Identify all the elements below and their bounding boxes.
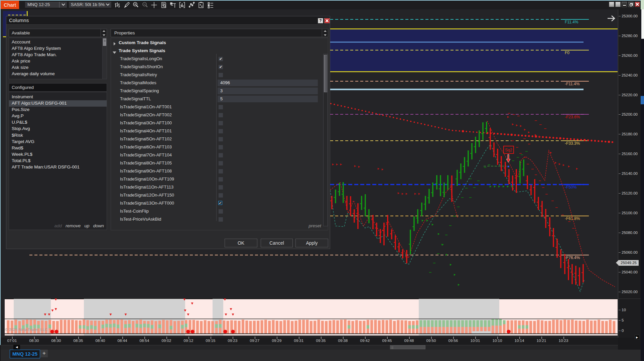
svg-text:-F33.3%: -F33.3% [565,141,580,146]
svg-text:-F76.4%: -F76.4% [565,255,580,260]
svg-text:-F23.6%: -F23.6% [565,115,580,119]
svg-text:F11.4%: F11.4% [565,20,578,24]
svg-text:Sq2: Sq2 [505,148,512,152]
svg-text:-F11.4%: -F11.4% [565,82,580,86]
svg-text:© 2025 NinjaTrader, LLC: © 2025 NinjaTrader, LLC [5,328,47,332]
svg-text:F0: F0 [565,50,569,55]
svg-text:-F50%: -F50% [565,185,577,190]
